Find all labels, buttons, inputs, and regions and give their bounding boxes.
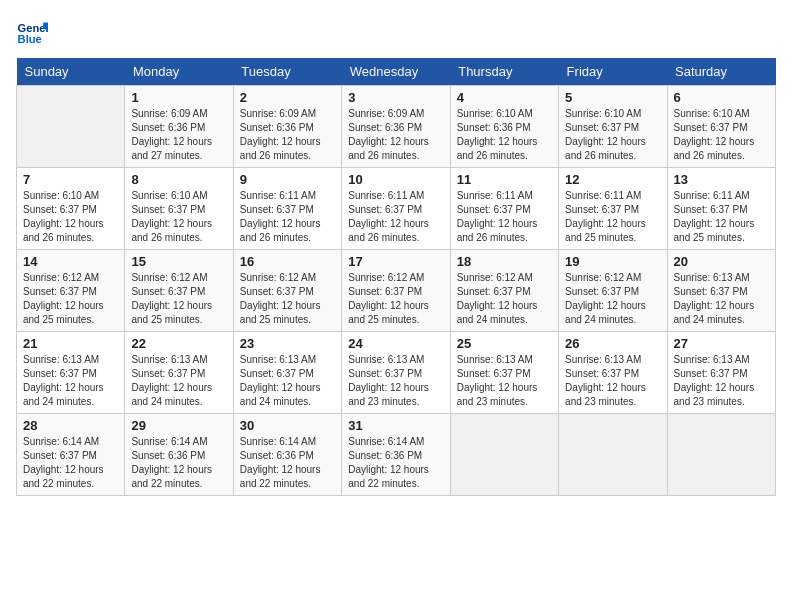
day-number: 5 (565, 90, 660, 105)
day-info: Sunrise: 6:14 AMSunset: 6:36 PMDaylight:… (348, 435, 443, 491)
day-number: 14 (23, 254, 118, 269)
day-info: Sunrise: 6:13 AMSunset: 6:37 PMDaylight:… (348, 353, 443, 409)
day-cell: 20Sunrise: 6:13 AMSunset: 6:37 PMDayligh… (667, 250, 775, 332)
svg-text:Blue: Blue (18, 33, 42, 45)
day-info: Sunrise: 6:12 AMSunset: 6:37 PMDaylight:… (565, 271, 660, 327)
day-number: 18 (457, 254, 552, 269)
day-cell: 26Sunrise: 6:13 AMSunset: 6:37 PMDayligh… (559, 332, 667, 414)
day-number: 26 (565, 336, 660, 351)
day-number: 9 (240, 172, 335, 187)
day-number: 15 (131, 254, 226, 269)
day-info: Sunrise: 6:09 AMSunset: 6:36 PMDaylight:… (131, 107, 226, 163)
week-row-1: 1Sunrise: 6:09 AMSunset: 6:36 PMDaylight… (17, 86, 776, 168)
day-cell: 29Sunrise: 6:14 AMSunset: 6:36 PMDayligh… (125, 414, 233, 496)
day-number: 16 (240, 254, 335, 269)
day-info: Sunrise: 6:11 AMSunset: 6:37 PMDaylight:… (240, 189, 335, 245)
day-info: Sunrise: 6:12 AMSunset: 6:37 PMDaylight:… (240, 271, 335, 327)
day-info: Sunrise: 6:11 AMSunset: 6:37 PMDaylight:… (348, 189, 443, 245)
day-cell: 10Sunrise: 6:11 AMSunset: 6:37 PMDayligh… (342, 168, 450, 250)
day-cell: 13Sunrise: 6:11 AMSunset: 6:37 PMDayligh… (667, 168, 775, 250)
day-info: Sunrise: 6:11 AMSunset: 6:37 PMDaylight:… (674, 189, 769, 245)
day-number: 28 (23, 418, 118, 433)
day-number: 7 (23, 172, 118, 187)
day-info: Sunrise: 6:11 AMSunset: 6:37 PMDaylight:… (565, 189, 660, 245)
day-cell: 24Sunrise: 6:13 AMSunset: 6:37 PMDayligh… (342, 332, 450, 414)
day-cell: 23Sunrise: 6:13 AMSunset: 6:37 PMDayligh… (233, 332, 341, 414)
week-row-5: 28Sunrise: 6:14 AMSunset: 6:37 PMDayligh… (17, 414, 776, 496)
col-header-sunday: Sunday (17, 58, 125, 86)
day-number: 25 (457, 336, 552, 351)
day-number: 8 (131, 172, 226, 187)
day-number: 13 (674, 172, 769, 187)
day-number: 23 (240, 336, 335, 351)
day-cell: 18Sunrise: 6:12 AMSunset: 6:37 PMDayligh… (450, 250, 558, 332)
day-number: 11 (457, 172, 552, 187)
day-cell: 2Sunrise: 6:09 AMSunset: 6:36 PMDaylight… (233, 86, 341, 168)
week-row-4: 21Sunrise: 6:13 AMSunset: 6:37 PMDayligh… (17, 332, 776, 414)
day-info: Sunrise: 6:09 AMSunset: 6:36 PMDaylight:… (240, 107, 335, 163)
col-header-saturday: Saturday (667, 58, 775, 86)
week-row-3: 14Sunrise: 6:12 AMSunset: 6:37 PMDayligh… (17, 250, 776, 332)
day-cell: 16Sunrise: 6:12 AMSunset: 6:37 PMDayligh… (233, 250, 341, 332)
day-cell (559, 414, 667, 496)
day-cell: 22Sunrise: 6:13 AMSunset: 6:37 PMDayligh… (125, 332, 233, 414)
day-cell: 8Sunrise: 6:10 AMSunset: 6:37 PMDaylight… (125, 168, 233, 250)
day-cell: 21Sunrise: 6:13 AMSunset: 6:37 PMDayligh… (17, 332, 125, 414)
day-info: Sunrise: 6:12 AMSunset: 6:37 PMDaylight:… (348, 271, 443, 327)
day-info: Sunrise: 6:13 AMSunset: 6:37 PMDaylight:… (457, 353, 552, 409)
day-info: Sunrise: 6:10 AMSunset: 6:37 PMDaylight:… (565, 107, 660, 163)
header-row: SundayMondayTuesdayWednesdayThursdayFrid… (17, 58, 776, 86)
day-info: Sunrise: 6:12 AMSunset: 6:37 PMDaylight:… (23, 271, 118, 327)
week-row-2: 7Sunrise: 6:10 AMSunset: 6:37 PMDaylight… (17, 168, 776, 250)
logo-icon: General Blue (16, 16, 48, 48)
col-header-friday: Friday (559, 58, 667, 86)
day-number: 27 (674, 336, 769, 351)
day-number: 3 (348, 90, 443, 105)
day-number: 24 (348, 336, 443, 351)
day-cell: 28Sunrise: 6:14 AMSunset: 6:37 PMDayligh… (17, 414, 125, 496)
calendar-table: SundayMondayTuesdayWednesdayThursdayFrid… (16, 58, 776, 496)
day-info: Sunrise: 6:13 AMSunset: 6:37 PMDaylight:… (131, 353, 226, 409)
day-info: Sunrise: 6:09 AMSunset: 6:36 PMDaylight:… (348, 107, 443, 163)
day-info: Sunrise: 6:10 AMSunset: 6:37 PMDaylight:… (674, 107, 769, 163)
day-cell: 4Sunrise: 6:10 AMSunset: 6:36 PMDaylight… (450, 86, 558, 168)
day-cell: 25Sunrise: 6:13 AMSunset: 6:37 PMDayligh… (450, 332, 558, 414)
day-number: 29 (131, 418, 226, 433)
day-info: Sunrise: 6:12 AMSunset: 6:37 PMDaylight:… (457, 271, 552, 327)
day-number: 22 (131, 336, 226, 351)
day-cell: 31Sunrise: 6:14 AMSunset: 6:36 PMDayligh… (342, 414, 450, 496)
day-cell: 1Sunrise: 6:09 AMSunset: 6:36 PMDaylight… (125, 86, 233, 168)
day-info: Sunrise: 6:10 AMSunset: 6:37 PMDaylight:… (131, 189, 226, 245)
col-header-thursday: Thursday (450, 58, 558, 86)
day-info: Sunrise: 6:14 AMSunset: 6:36 PMDaylight:… (240, 435, 335, 491)
day-info: Sunrise: 6:13 AMSunset: 6:37 PMDaylight:… (23, 353, 118, 409)
day-cell: 6Sunrise: 6:10 AMSunset: 6:37 PMDaylight… (667, 86, 775, 168)
day-cell: 17Sunrise: 6:12 AMSunset: 6:37 PMDayligh… (342, 250, 450, 332)
day-cell: 9Sunrise: 6:11 AMSunset: 6:37 PMDaylight… (233, 168, 341, 250)
day-number: 21 (23, 336, 118, 351)
day-cell: 27Sunrise: 6:13 AMSunset: 6:37 PMDayligh… (667, 332, 775, 414)
day-info: Sunrise: 6:14 AMSunset: 6:36 PMDaylight:… (131, 435, 226, 491)
col-header-monday: Monday (125, 58, 233, 86)
day-number: 2 (240, 90, 335, 105)
day-cell: 7Sunrise: 6:10 AMSunset: 6:37 PMDaylight… (17, 168, 125, 250)
col-header-wednesday: Wednesday (342, 58, 450, 86)
day-info: Sunrise: 6:13 AMSunset: 6:37 PMDaylight:… (565, 353, 660, 409)
logo: General Blue (16, 16, 52, 48)
day-number: 19 (565, 254, 660, 269)
day-cell: 3Sunrise: 6:09 AMSunset: 6:36 PMDaylight… (342, 86, 450, 168)
day-number: 30 (240, 418, 335, 433)
day-cell: 15Sunrise: 6:12 AMSunset: 6:37 PMDayligh… (125, 250, 233, 332)
day-cell: 12Sunrise: 6:11 AMSunset: 6:37 PMDayligh… (559, 168, 667, 250)
day-info: Sunrise: 6:13 AMSunset: 6:37 PMDaylight:… (674, 353, 769, 409)
day-info: Sunrise: 6:12 AMSunset: 6:37 PMDaylight:… (131, 271, 226, 327)
day-number: 17 (348, 254, 443, 269)
day-cell: 5Sunrise: 6:10 AMSunset: 6:37 PMDaylight… (559, 86, 667, 168)
day-info: Sunrise: 6:10 AMSunset: 6:37 PMDaylight:… (23, 189, 118, 245)
day-cell: 19Sunrise: 6:12 AMSunset: 6:37 PMDayligh… (559, 250, 667, 332)
page-header: General Blue (16, 16, 776, 48)
day-info: Sunrise: 6:13 AMSunset: 6:37 PMDaylight:… (674, 271, 769, 327)
day-info: Sunrise: 6:11 AMSunset: 6:37 PMDaylight:… (457, 189, 552, 245)
day-number: 10 (348, 172, 443, 187)
day-number: 6 (674, 90, 769, 105)
